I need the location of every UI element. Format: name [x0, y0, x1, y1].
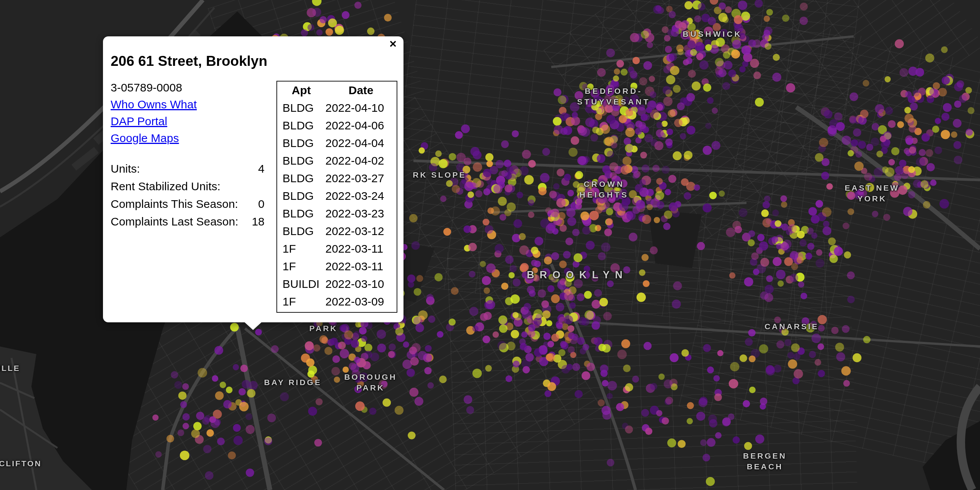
table-row: BLDG2022-04-10	[277, 99, 397, 117]
stat-value: 4	[258, 160, 265, 178]
stat-row: Complaints Last Season:18	[111, 213, 265, 230]
map-label-clifton: CLIFTON	[0, 458, 42, 469]
date-cell: 2022-04-04	[325, 134, 397, 152]
map-label-bedford-stuyvesant: BEDFORD-STUYVESANT	[577, 86, 650, 108]
date-cell: 2022-03-10	[325, 275, 397, 293]
date-cell: 2022-04-10	[325, 99, 397, 117]
complaints-table: AptDate BLDG2022-04-10BLDG2022-04-06BLDG…	[276, 81, 397, 313]
date-cell: 2022-03-11	[325, 258, 397, 275]
stat-label: Units:	[111, 160, 140, 178]
map-label-sunset-park: PARK	[309, 323, 338, 334]
map-label-canarsie: CANARSIE	[764, 321, 819, 332]
stat-label: Complaints This Season:	[111, 195, 238, 213]
apt-cell: BLDG	[277, 205, 325, 222]
apt-cell: 1F	[277, 240, 325, 258]
stat-row: Rent Stabilized Units:	[111, 178, 265, 195]
map-label-ille: ILLE	[0, 363, 20, 374]
table-row: BLDG2022-03-23	[277, 205, 397, 222]
date-cell: 2022-03-11	[325, 240, 397, 258]
apt-cell: BLDG	[277, 170, 325, 187]
map-label-bergen-beach: BERGENBEACH	[743, 451, 787, 472]
table-row: BUILDI2022-03-10	[277, 275, 397, 293]
map-label-bushwick: BUSHWICK	[683, 29, 742, 39]
who-owns-what-link[interactable]: Who Owns What	[111, 96, 197, 113]
table-row: BLDG2022-03-24	[277, 187, 397, 205]
apt-cell: 1F	[277, 293, 325, 310]
date-cell: 2022-03-27	[325, 170, 397, 187]
stat-label: Rent Stabilized Units:	[111, 178, 220, 195]
apt-cell: BLDG	[277, 117, 325, 134]
date-cell: 2022-04-06	[325, 117, 397, 134]
table-row: BLDG2022-03-12	[277, 222, 397, 240]
building-id: 3-05789-0008	[111, 79, 197, 96]
table-row: 1F2022-03-11	[277, 240, 397, 258]
map-label-brooklyn: BROOKLYN	[527, 268, 628, 282]
building-stats: Units:4Rent Stabilized Units:Complaints …	[111, 160, 265, 230]
popup-title: 206 61 Street, Brooklyn	[111, 53, 267, 69]
popup-tail	[244, 322, 262, 330]
apt-cell: BLDG	[277, 222, 325, 240]
map-label-park-slope: RK SLOPE	[413, 170, 466, 180]
map-label-east-new-york: EAST NEWYORK	[845, 183, 900, 204]
table-header: Date	[325, 82, 397, 99]
table-row: BLDG2022-04-02	[277, 152, 397, 170]
google-maps-link[interactable]: Google Maps	[111, 130, 197, 147]
stat-row: Complaints This Season:0	[111, 195, 265, 213]
map-label-borough-park: BOROUGHPARK	[344, 372, 397, 394]
map-label-crown-heights: CROWNHEIGHTS	[580, 179, 629, 201]
table-row: 1F2022-03-09	[277, 293, 397, 310]
date-cell: 2022-04-02	[325, 152, 397, 170]
map-label-bay-ridge: BAY RIDGE	[264, 377, 322, 388]
apt-cell: BLDG	[277, 187, 325, 205]
table-row: 1F2022-03-11	[277, 258, 397, 275]
map-app: BUSHWICKBEDFORD-STUYVESANTCROWNHEIGHTSEA…	[0, 0, 980, 490]
building-popup: × 206 61 Street, Brooklyn 3-05789-0008 W…	[103, 36, 403, 322]
date-cell: 2022-03-09	[325, 293, 397, 310]
table-row: BLDG2022-04-04	[277, 134, 397, 152]
close-icon[interactable]: ×	[387, 37, 399, 50]
apt-cell: BLDG	[277, 152, 325, 170]
apt-cell: BUILDI	[277, 275, 325, 293]
apt-cell: 1F	[277, 258, 325, 275]
table-row: BLDG2022-04-06	[277, 117, 397, 134]
apt-cell: BLDG	[277, 99, 325, 117]
apt-cell: BLDG	[277, 134, 325, 152]
table-row: BLDG2022-03-27	[277, 170, 397, 187]
date-cell: 2022-03-23	[325, 205, 397, 222]
stat-value: 18	[252, 213, 265, 230]
date-cell: 2022-03-12	[325, 222, 397, 240]
stat-value: 0	[258, 195, 265, 213]
stat-label: Complaints Last Season:	[111, 213, 238, 230]
date-cell: 2022-03-24	[325, 187, 397, 205]
dap-portal-link[interactable]: DAP Portal	[111, 113, 197, 130]
stat-row: Units:4	[111, 160, 265, 178]
table-header: Apt	[277, 82, 325, 99]
